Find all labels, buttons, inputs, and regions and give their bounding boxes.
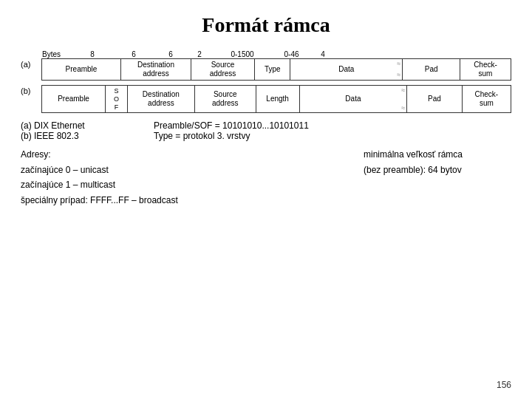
page-number: 156 xyxy=(497,380,511,390)
bytes-val-2: 6 xyxy=(152,50,189,58)
adresy-line2: začínajúce 1 – multicast xyxy=(21,177,349,192)
bytes-val-3: 2 xyxy=(189,50,210,58)
bytes-val-0: 8 xyxy=(69,50,115,58)
cell-b-dest: Destinationaddress xyxy=(127,86,194,113)
cell-b-length: Length xyxy=(256,86,299,113)
cell-b-checksum: Check-sum xyxy=(462,86,511,113)
minimalny-block: minimálna veľkosť rámca (bez preamble): … xyxy=(364,147,511,177)
cell-a-data: ≈ Data ≈ xyxy=(290,59,403,81)
bytes-val-1: 6 xyxy=(115,50,152,58)
info-preamble: Preamble/SOF = 10101010...10101011 xyxy=(154,120,511,131)
info-type: Type = protokol 3. vrstvy xyxy=(154,131,511,141)
cell-b-data: ≈ Data ≈ xyxy=(299,86,407,113)
frame-table-b: Preamble SOF Destinationaddress Sourcead… xyxy=(41,85,511,113)
adresy-title: Adresy: xyxy=(21,147,349,162)
minimalny-line1: minimálna veľkosť rámca xyxy=(364,147,511,162)
frame-table-a: Preamble Destinationaddress Sourceaddres… xyxy=(41,58,511,81)
cell-a-type: Type xyxy=(255,59,290,81)
cell-b-preamble: Preamble xyxy=(42,86,106,113)
bytes-col-label: Bytes xyxy=(41,50,69,58)
bytes-val-5: 0-46 xyxy=(275,50,308,58)
page-title: Formát rámca xyxy=(21,13,511,37)
adresy-line3: špeciálny prípad: FFFF...FF – broadcast xyxy=(21,193,349,208)
info-right: Preamble/SOF = 10101010...10101011 Type … xyxy=(154,120,511,141)
cell-a-dest: Destinationaddress xyxy=(120,59,191,81)
info-ieee: (b) IEEE 802.3 xyxy=(21,131,124,141)
bytes-val-6: 4 xyxy=(308,50,338,58)
bytes-val-4: 0-1500 xyxy=(210,50,275,58)
cell-a-checksum: Check-sum xyxy=(460,59,511,81)
bytes-header-table: Bytes 8 6 6 2 0-1500 0-46 4 xyxy=(41,50,338,58)
adresy-block: Adresy: začínajúce 0 – unicast začínajúc… xyxy=(21,147,349,208)
adresy-line1: začínajúce 0 – unicast xyxy=(21,163,349,177)
row-b-label: (b) xyxy=(21,85,41,95)
cell-b-sof: SOF xyxy=(106,86,128,113)
info-left: (a) DIX Ethernet (b) IEEE 802.3 xyxy=(21,120,124,141)
cell-a-preamble: Preamble xyxy=(42,59,121,81)
cell-a-pad: Pad xyxy=(403,59,460,81)
cell-a-src: Sourceaddress xyxy=(191,59,254,81)
minimalny-line2: (bez preamble): 64 bytov xyxy=(364,163,511,177)
row-a-label: (a) xyxy=(21,58,41,69)
info-dix: (a) DIX Ethernet xyxy=(21,120,124,131)
cell-b-pad: Pad xyxy=(407,86,462,113)
cell-b-src: Sourceaddress xyxy=(194,86,256,113)
